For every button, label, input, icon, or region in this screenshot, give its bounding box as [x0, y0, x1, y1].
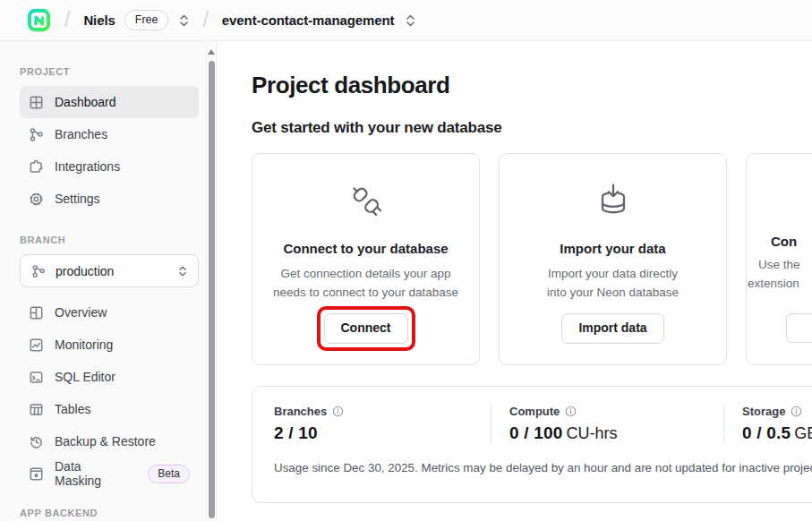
project-selector-chevrons-icon[interactable]	[406, 13, 415, 28]
org-name[interactable]: Niels	[83, 13, 115, 28]
card-title: Connect to your database	[252, 240, 479, 258]
dashboard-grid-icon	[29, 95, 44, 110]
metric-value: 0 / 0.5GB	[742, 423, 812, 443]
org-selector-chevrons-icon[interactable]	[179, 13, 189, 28]
overview-grid-icon	[29, 305, 44, 320]
sidebar-item-label: SQL Editor	[55, 370, 115, 384]
mask-star-icon	[29, 466, 44, 482]
info-icon[interactable]	[565, 406, 577, 417]
sidebar-item-label: Backup & Restore	[55, 434, 156, 448]
sidebar-item-data-masking[interactable]: Data Masking Beta	[20, 457, 199, 490]
sidebar-item-overview[interactable]: Overview	[20, 296, 199, 329]
sidebar-item-backup-restore[interactable]: Backup & Restore	[20, 425, 199, 457]
sidebar-item-monitoring[interactable]: Monitoring	[20, 329, 199, 361]
page-title: Project dashboard	[252, 72, 812, 98]
history-clock-icon	[29, 434, 44, 449]
table-icon	[29, 402, 44, 417]
plan-badge: Free	[124, 10, 169, 30]
info-icon[interactable]	[791, 406, 802, 417]
sidebar-item-label: Integrations	[55, 159, 120, 174]
sidebar-item-sql-editor[interactable]: SQL Editor	[20, 361, 199, 393]
metric-label: Compute	[509, 405, 560, 418]
metric-value: 2 / 10	[274, 423, 491, 443]
sidebar-item-tables[interactable]: Tables	[20, 393, 199, 425]
chart-line-icon	[29, 337, 44, 353]
sidebar-scrollbar[interactable]	[206, 41, 216, 521]
get-started-cards: Connect to your database Get connection …	[252, 153, 812, 365]
card-description: Get connection details your app needs to…	[252, 264, 479, 302]
section-label-app-backend: APP BACKEND	[20, 508, 189, 518]
breadcrumb-slash: /	[202, 8, 208, 32]
metric-label: Branches	[274, 405, 327, 418]
sidebar-item-integrations[interactable]: Integrations	[20, 150, 199, 183]
project-name[interactable]: event-contact-management	[222, 13, 395, 28]
scrollbar-thumb[interactable]	[209, 61, 215, 518]
import-data-button[interactable]: Import data	[561, 313, 663, 344]
beta-badge: Beta	[148, 465, 190, 483]
sidebar: PROJECT Dashboard Branches Integrations …	[0, 41, 217, 521]
metric-storage: Storage 0 / 0.5GB	[723, 405, 812, 443]
main-content: Project dashboard Get started with your …	[217, 41, 812, 521]
metric-compute: Compute 0 / 100CU-hrs	[491, 405, 723, 443]
branch-selector-value: production	[56, 264, 114, 278]
neon-console: / Niels Free / event-contact-management …	[0, 0, 812, 521]
chevrons-up-down-icon	[178, 265, 187, 278]
sidebar-item-label: Data Masking	[55, 459, 128, 488]
sidebar-item-label: Dashboard	[55, 95, 116, 109]
metric-label: Storage	[742, 405, 785, 418]
sidebar-item-label: Monitoring	[55, 337, 113, 352]
sidebar-item-label: Branches	[55, 127, 107, 141]
terminal-window-icon	[29, 370, 44, 385]
sidebar-item-label: Tables	[55, 402, 90, 416]
card-description: extension	[748, 277, 799, 290]
card-title: Con	[771, 234, 797, 249]
metric-branches: Branches 2 / 10	[274, 405, 491, 443]
top-header: / Niels Free / event-contact-management	[0, 0, 812, 41]
usage-note: Usage since Dec 30, 2025. Metrics may be…	[274, 460, 812, 476]
section-label-project: PROJECT	[20, 66, 189, 77]
branch-selector[interactable]: production	[20, 254, 199, 287]
sidebar-item-branches[interactable]: Branches	[20, 118, 199, 150]
scrollbar-up-arrow-icon[interactable]	[208, 49, 215, 55]
card-title: Import your data	[500, 240, 726, 258]
sidebar-item-dashboard[interactable]: Dashboard	[20, 86, 199, 118]
database-import-icon	[500, 179, 726, 222]
card-connect-database: Connect to your database Get connection …	[252, 153, 480, 365]
card-description: Use the	[758, 258, 800, 271]
git-branch-icon	[29, 127, 44, 142]
usage-panel: Branches 2 / 10 Compute 0 / 100CU-h	[252, 386, 812, 503]
get-started-heading: Get started with your new database	[252, 119, 812, 137]
info-icon[interactable]	[332, 406, 344, 417]
sidebar-item-settings[interactable]: Settings	[20, 183, 199, 215]
section-label-branch: BRANCH	[20, 235, 189, 245]
metric-value: 0 / 100CU-hrs	[509, 423, 723, 443]
connect-button[interactable]: Connect	[324, 313, 408, 344]
sidebar-item-label: Overview	[55, 305, 107, 320]
breadcrumb-slash: /	[64, 8, 70, 32]
sidebar-item-label: Settings	[55, 192, 100, 206]
neon-logo-icon[interactable]	[27, 8, 51, 32]
card-description: Import your data directly into your Neon…	[500, 264, 726, 302]
card-import-data: Import your data Import your data direct…	[499, 153, 727, 365]
card-clipped: Con Use the extension	[746, 153, 812, 365]
plug-disconnect-icon	[252, 179, 479, 222]
puzzle-icon	[29, 159, 44, 175]
annotation-highlight-box: Connect	[317, 306, 415, 351]
card-button[interactable]	[786, 313, 812, 343]
gear-icon	[29, 192, 44, 207]
git-branch-icon	[31, 264, 46, 278]
